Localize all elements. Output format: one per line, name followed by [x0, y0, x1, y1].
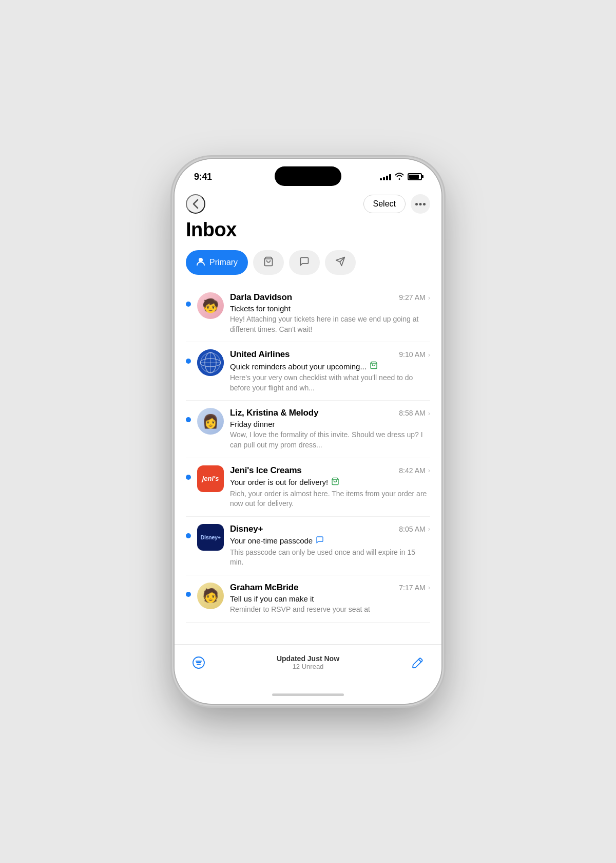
sender-united: United Airlines [230, 349, 290, 360]
signal-bar-1 [380, 178, 382, 180]
email-header-5: Disney+ 8:05 AM › [230, 524, 430, 534]
subject-disney: Your one-time passcode [230, 536, 430, 546]
email-meta-6: 7:17 AM › [399, 584, 430, 592]
signal-bar-2 [383, 177, 385, 180]
avatar-darla: 🧒 [197, 292, 224, 319]
email-item-darla[interactable]: 🧒 Darla Davidson 9:27 AM › Tickets for t… [186, 285, 430, 342]
unread-dot-4 [186, 475, 191, 480]
chevron-4: › [428, 466, 430, 474]
chevron-3: › [428, 409, 430, 417]
nav-actions: Select [363, 194, 430, 214]
svg-point-3 [199, 258, 203, 262]
select-button[interactable]: Select [363, 195, 406, 213]
avatar-liz: 👩 [197, 408, 224, 435]
preview-darla: Hey! Attaching your tickets here in case… [230, 314, 430, 334]
chevron-2: › [428, 351, 430, 359]
chevron-6: › [428, 584, 430, 591]
email-item-graham[interactable]: 🧑 Graham McBride 7:17 AM › Tell us if yo… [186, 575, 430, 623]
signal-bar-4 [389, 174, 391, 180]
phone-frame: 9:41 [175, 159, 441, 704]
email-body-liz: Liz, Kristina & Melody 8:58 AM › Friday … [230, 408, 430, 450]
sender-liz: Liz, Kristina & Melody [230, 408, 318, 418]
email-body-disney: Disney+ 8:05 AM › Your one-time passcode [230, 524, 430, 568]
primary-label: Primary [209, 258, 238, 267]
preview-disney: This passcode can only be used once and … [230, 548, 430, 568]
wifi-icon [395, 173, 404, 181]
svg-point-1 [419, 203, 422, 205]
nav-bar: Select [175, 190, 441, 219]
more-button[interactable] [411, 194, 430, 214]
email-body-graham: Graham McBride 7:17 AM › Tell us if you … [230, 583, 430, 615]
sender-darla: Darla Davidson [230, 292, 292, 303]
time-liz: 8:58 AM [399, 409, 425, 417]
avatar-graham: 🧑 [197, 583, 224, 609]
unread-dot-5 [186, 533, 191, 538]
subject-graham: Tell us if you can make it [230, 594, 430, 603]
subject-jenis: Your order is out for delivery! [230, 477, 430, 487]
chat-badge-disney [316, 536, 324, 546]
home-bar [272, 693, 344, 696]
status-unread-text: 12 Unread [277, 663, 339, 670]
tab-shopping[interactable] [253, 250, 284, 275]
compose-button[interactable] [408, 653, 427, 672]
time-graham: 7:17 AM [399, 584, 425, 592]
preview-graham: Reminder to RSVP and reserve your seat a… [230, 605, 430, 615]
tab-primary[interactable]: Primary [186, 250, 248, 275]
category-tabs: Primary [186, 250, 430, 275]
svg-point-2 [423, 203, 426, 205]
signal-bars-icon [380, 173, 391, 180]
tab-messages[interactable] [289, 250, 320, 275]
unread-dot-2 [186, 359, 191, 364]
email-list: 🧒 Darla Davidson 9:27 AM › Tickets for t… [186, 285, 430, 623]
sender-jenis: Jeni's Ice Creams [230, 465, 302, 476]
unread-dot-6 [186, 592, 191, 597]
email-body-darla: Darla Davidson 9:27 AM › Tickets for ton… [230, 292, 430, 334]
messages-icon [299, 256, 310, 269]
preview-jenis: Rich, your order is almost here. The ite… [230, 489, 430, 509]
email-header-1: Darla Davidson 9:27 AM › [230, 292, 430, 303]
chevron-5: › [428, 525, 430, 533]
phone-screen: 9:41 [175, 159, 441, 704]
preview-liz: Wow, I love the formality of this invite… [230, 430, 430, 450]
svg-point-0 [415, 203, 418, 205]
unread-dot-3 [186, 417, 191, 422]
primary-icon [196, 257, 205, 268]
bottom-bar: Updated Just Now 12 Unread [175, 644, 441, 685]
email-header-4: Jeni's Ice Creams 8:42 AM › [230, 465, 430, 476]
subject-liz: Friday dinner [230, 420, 430, 428]
email-meta-2: 9:10 AM › [399, 350, 430, 359]
avatar-jenis: jeni's [197, 465, 224, 492]
email-item-disney[interactable]: Disney+ Disney+ 8:05 AM › Your one-time … [186, 517, 430, 575]
filter-button[interactable] [189, 653, 208, 672]
avatar-united [197, 349, 224, 376]
subject-united: Quick reminders about your upcoming... [230, 361, 430, 371]
sender-disney: Disney+ [230, 524, 263, 534]
inbox-title: Inbox [186, 219, 430, 241]
email-header-2: United Airlines 9:10 AM › [230, 349, 430, 360]
email-item-united[interactable]: United Airlines 9:10 AM › Quick reminder… [186, 342, 430, 401]
home-indicator [175, 685, 441, 704]
status-updated-text: Updated Just Now [277, 654, 339, 663]
email-header-6: Graham McBride 7:17 AM › [230, 583, 430, 593]
tab-promos[interactable] [325, 250, 356, 275]
status-info: Updated Just Now 12 Unread [277, 654, 339, 670]
status-bar: 9:41 [175, 159, 441, 190]
status-icons [380, 173, 422, 181]
promos-icon [335, 256, 345, 269]
status-time: 9:41 [194, 172, 212, 182]
email-header-3: Liz, Kristina & Melody 8:58 AM › [230, 408, 430, 418]
chevron-1: › [428, 294, 430, 302]
shopping-badge-united [370, 361, 378, 371]
email-meta-3: 8:58 AM › [399, 409, 430, 417]
preview-united: Here's your very own checklist with what… [230, 373, 430, 393]
email-body-jenis: Jeni's Ice Creams 8:42 AM › Your order i… [230, 465, 430, 509]
email-item-jenis[interactable]: jeni's Jeni's Ice Creams 8:42 AM › Your … [186, 458, 430, 517]
email-meta-4: 8:42 AM › [399, 466, 430, 475]
signal-bar-3 [386, 176, 388, 180]
time-disney: 8:05 AM [399, 525, 425, 533]
email-meta-5: 8:05 AM › [399, 525, 430, 533]
shopping-badge-jenis [331, 477, 339, 487]
back-button[interactable] [186, 194, 205, 214]
time-jenis: 8:42 AM [399, 466, 425, 475]
email-item-liz[interactable]: 👩 Liz, Kristina & Melody 8:58 AM › Frida… [186, 401, 430, 458]
